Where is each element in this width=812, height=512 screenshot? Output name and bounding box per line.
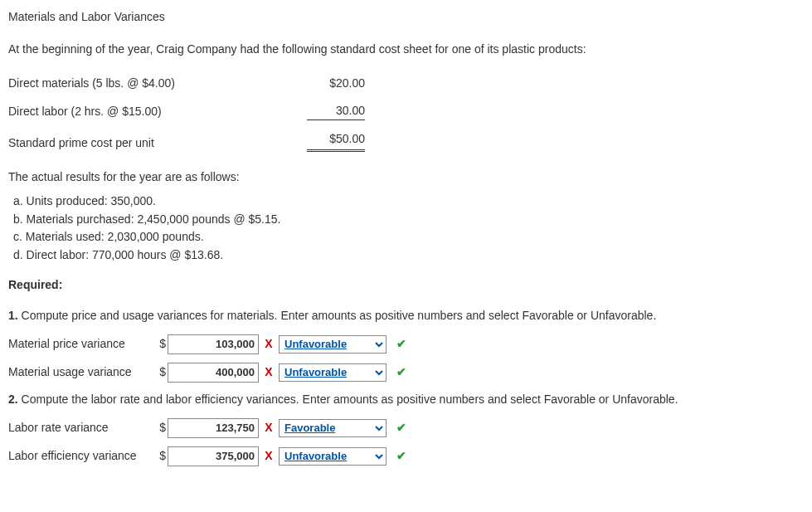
wrong-icon: X [259, 335, 279, 353]
select-material-usage-fav[interactable]: Unfavorable [279, 363, 387, 382]
check-icon: ✔ [391, 447, 411, 465]
q2-text: Compute the labor rate and labor efficie… [18, 393, 678, 406]
answer-row-labor-efficiency: Labor efficiency variance $ X Unfavorabl… [8, 446, 804, 466]
label-material-usage: Material usage variance [8, 363, 158, 381]
intro-text: At the beginning of the year, Craig Comp… [8, 41, 804, 58]
result-item-d: d. Direct labor: 770,000 hours @ $13.68. [13, 246, 804, 265]
dollar-sign: $ [158, 447, 166, 465]
result-item-a: a. Units produced: 350,000. [13, 193, 804, 211]
label-material-price: Material price variance [8, 335, 158, 353]
input-material-usage-amount[interactable] [168, 363, 259, 383]
dm-value: $20.00 [282, 70, 373, 97]
answer-row-material-usage: Material usage variance $ X Unfavorable … [8, 363, 804, 383]
results-intro: The actual results for the year are as f… [8, 168, 804, 186]
required-heading: Required: [8, 276, 804, 294]
total-value: $50.00 [307, 130, 365, 152]
wrong-icon: X [259, 447, 279, 465]
q2-number: 2. [8, 393, 18, 406]
dm-label: Direct materials (5 lbs. @ $4.00) [8, 70, 282, 97]
answer-row-material-price: Material price variance $ X Unfavorable … [8, 334, 804, 354]
answer-row-labor-rate: Labor rate variance $ X Favorable ✔ [8, 418, 804, 438]
result-item-c: c. Materials used: 2,030,000 pounds. [13, 228, 804, 246]
wrong-icon: X [259, 419, 279, 436]
input-labor-efficiency-amount[interactable] [168, 446, 259, 466]
results-list: a. Units produced: 350,000. b. Materials… [13, 193, 804, 265]
table-row: Direct labor (2 hrs. @ $15.00) 30.00 [8, 97, 373, 125]
select-labor-rate-fav[interactable]: Favorable [279, 419, 387, 437]
q1-text: Compute price and usage variances for ma… [18, 309, 657, 322]
label-labor-efficiency: Labor efficiency variance [8, 447, 158, 465]
dollar-sign: $ [158, 363, 166, 381]
question-1: 1. Compute price and usage variances for… [8, 307, 804, 324]
wrong-icon: X [259, 363, 279, 381]
label-labor-rate: Labor rate variance [8, 419, 158, 436]
dl-value: 30.00 [307, 102, 365, 120]
dl-label: Direct labor (2 hrs. @ $15.00) [8, 97, 282, 125]
table-row: Direct materials (5 lbs. @ $4.00) $20.00 [8, 70, 373, 97]
q1-number: 1. [8, 309, 18, 322]
check-icon: ✔ [391, 335, 411, 353]
check-icon: ✔ [391, 363, 411, 381]
question-2: 2. Compute the labor rate and labor effi… [8, 391, 804, 408]
select-material-price-fav[interactable]: Unfavorable [279, 335, 387, 354]
input-material-price-amount[interactable] [168, 334, 259, 354]
total-label: Standard prime cost per unit [8, 125, 282, 157]
result-item-b: b. Materials purchased: 2,450,000 pounds… [13, 211, 804, 229]
select-labor-efficiency-fav[interactable]: Unfavorable [279, 447, 387, 466]
input-labor-rate-amount[interactable] [168, 418, 259, 438]
dollar-sign: $ [158, 419, 166, 436]
check-icon: ✔ [391, 419, 411, 436]
cost-sheet-table: Direct materials (5 lbs. @ $4.00) $20.00… [8, 70, 373, 157]
table-row: Standard prime cost per unit $50.00 [8, 125, 373, 157]
page-title: Materials and Labor Variances [8, 8, 804, 26]
dollar-sign: $ [158, 335, 166, 353]
